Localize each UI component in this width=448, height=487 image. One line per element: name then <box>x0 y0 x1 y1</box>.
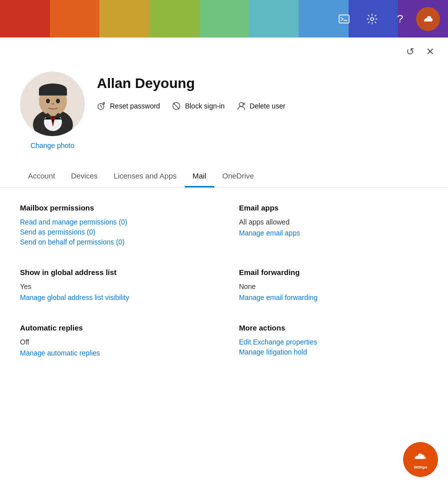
reset-password-icon <box>97 102 106 110</box>
svg-point-13 <box>239 102 243 106</box>
email-forwarding-value: None <box>239 282 429 290</box>
global-address-value: Yes <box>20 282 209 290</box>
delete-user-label: Delete user <box>250 102 286 110</box>
manage-automatic-replies-link[interactable]: Manage automatic replies <box>20 349 209 357</box>
reset-password-label: Reset password <box>110 102 160 110</box>
send-as-link[interactable]: Send as permissions (0) <box>20 228 209 236</box>
send-behalf-link[interactable]: Send on behalf of permissions (0) <box>20 238 209 246</box>
email-apps-value: All apps allowed <box>239 218 429 226</box>
svg-point-9 <box>46 99 50 104</box>
more-actions-title: More actions <box>239 324 429 332</box>
email-apps-title: Email apps <box>239 204 429 212</box>
manage-global-address-link[interactable]: Manage global address list visibility <box>20 294 209 302</box>
colorbar-1 <box>0 0 50 38</box>
colorbar-2 <box>50 0 100 38</box>
manage-email-forwarding-link[interactable]: Manage email forwarding <box>239 294 429 302</box>
svg-rect-8 <box>39 90 67 96</box>
automatic-replies-value: Off <box>20 338 209 346</box>
email-forwarding-section: Email forwarding None Manage email forwa… <box>239 268 429 304</box>
email-apps-section: Email apps All apps allowed Manage email… <box>239 204 429 248</box>
manage-litigation-link[interactable]: Manage litigation hold <box>239 348 429 356</box>
svg-point-10 <box>56 99 60 104</box>
profile-section: Change photo Allan Deyoung Reset passwor… <box>0 64 448 166</box>
tab-mail[interactable]: Mail <box>185 166 215 188</box>
terminal-icon[interactable] <box>332 7 356 31</box>
automatic-replies-section: Automatic replies Off Manage automatic r… <box>20 324 209 359</box>
block-signin-label: Block sign-in <box>185 102 224 110</box>
global-address-title: Show in global address list <box>20 268 209 276</box>
svg-point-1 <box>371 18 374 20</box>
top-nav: ? <box>332 0 448 38</box>
panel-controls: ↺ ✕ <box>0 38 448 64</box>
tab-onedrive[interactable]: OneDrive <box>214 166 262 188</box>
colorbar-3 <box>99 0 149 38</box>
reset-password-button[interactable]: Reset password <box>97 102 160 110</box>
email-forwarding-title: Email forwarding <box>239 268 429 276</box>
avatar-container: Change photo <box>20 72 85 150</box>
read-manage-link[interactable]: Read and manage permissions (0) <box>20 218 209 226</box>
panel: ↺ ✕ <box>0 38 448 375</box>
delete-user-button[interactable]: Delete user <box>237 102 286 110</box>
block-signin-button[interactable]: Block sign-in <box>172 102 224 110</box>
colorbar-5 <box>199 0 249 38</box>
profile-name: Allan Deyoung <box>97 76 285 92</box>
settings-icon[interactable] <box>360 7 384 31</box>
manage-email-apps-link[interactable]: Manage email apps <box>239 229 429 237</box>
profile-actions: Reset password Block sign-in <box>97 102 285 110</box>
tab-devices[interactable]: Devices <box>63 166 105 188</box>
watermark-badge: 365tips <box>403 442 438 477</box>
delete-user-icon <box>237 102 246 110</box>
block-signin-icon <box>172 102 181 110</box>
tab-account[interactable]: Account <box>20 166 63 188</box>
edit-exchange-link[interactable]: Edit Exchange properties <box>239 338 429 346</box>
more-actions-section: More actions Edit Exchange properties Ma… <box>239 324 429 359</box>
colorbar-4 <box>149 0 199 38</box>
mailbox-permissions-section: Mailbox permissions Read and manage perm… <box>20 204 209 248</box>
close-button[interactable]: ✕ <box>422 44 438 60</box>
content-area: Mailbox permissions Read and manage perm… <box>0 188 448 375</box>
mailbox-permissions-title: Mailbox permissions <box>20 204 209 212</box>
user-avatar-header[interactable] <box>416 7 440 31</box>
change-photo-link[interactable]: Change photo <box>30 142 74 150</box>
avatar <box>20 72 85 136</box>
colorbar-6 <box>249 0 299 38</box>
tabs-container: Account Devices Licenses and Apps Mail O… <box>0 166 448 188</box>
help-icon[interactable]: ? <box>388 7 412 31</box>
svg-rect-0 <box>339 15 349 23</box>
refresh-button[interactable]: ↺ <box>402 44 418 60</box>
automatic-replies-title: Automatic replies <box>20 324 209 332</box>
global-address-section: Show in global address list Yes Manage g… <box>20 268 209 304</box>
tab-licenses[interactable]: Licenses and Apps <box>106 166 185 188</box>
profile-info: Allan Deyoung Reset password <box>97 72 285 110</box>
